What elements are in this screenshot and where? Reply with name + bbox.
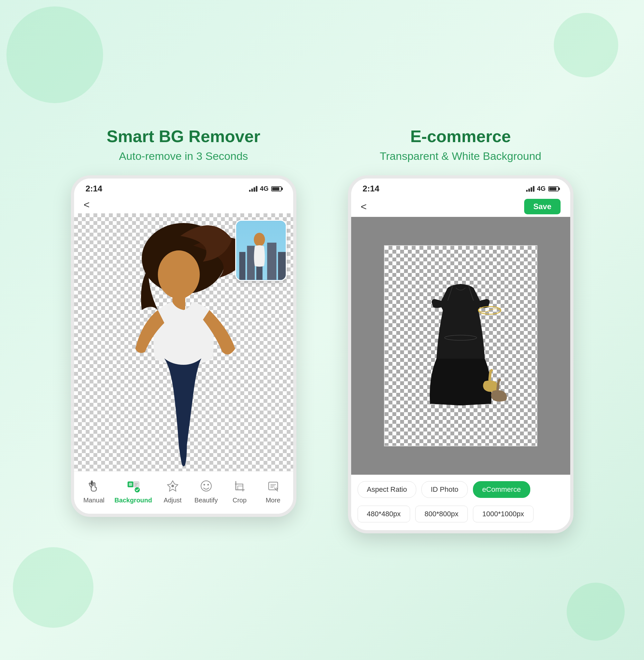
tab-id-photo[interactable]: ID Photo (421, 481, 468, 498)
right-back-arrow[interactable]: < (361, 201, 367, 213)
svg-rect-12 (133, 481, 139, 487)
background-label: Background (114, 497, 152, 504)
product-image-container (386, 249, 535, 442)
tool-beautify[interactable]: Beautify (193, 478, 219, 504)
svg-rect-4 (239, 252, 245, 280)
svg-point-9 (254, 233, 265, 246)
bg-blob-4 (567, 583, 625, 641)
left-network-label: 4G (260, 185, 269, 192)
right-signal-icon (526, 186, 534, 192)
left-back-arrow[interactable]: < (84, 199, 90, 211)
save-button[interactable]: Save (524, 199, 560, 214)
right-panel-subtitle: Transparent & White Background (380, 150, 541, 162)
svg-point-13 (135, 487, 140, 493)
size-1000[interactable]: 1000*1000px (473, 506, 533, 522)
left-phone-status: 4G (249, 185, 281, 192)
left-phone-time: 2:14 (86, 184, 102, 194)
background-icon (125, 478, 141, 494)
svg-rect-8 (278, 252, 285, 280)
size-480[interactable]: 480*480px (358, 506, 410, 522)
bg-blob-3 (13, 547, 93, 628)
left-phone-mockup: 2:14 4G (71, 175, 296, 517)
right-network-label: 4G (537, 185, 546, 192)
manual-label: Manual (84, 497, 105, 504)
tool-background[interactable]: Background (114, 478, 152, 504)
left-phone-nav: < (74, 196, 293, 213)
left-status-bar: 2:14 4G (74, 179, 293, 196)
right-panel: E-commerce Transparent & White Backgroun… (332, 127, 590, 533)
left-panel-title: Smart BG Remover (107, 127, 260, 146)
bg-blob-2 (554, 13, 618, 77)
manual-icon (86, 478, 102, 494)
right-image-area (351, 217, 570, 475)
svg-rect-11 (129, 483, 132, 486)
left-panel-subtitle: Auto-remove in 3 Seconds (119, 150, 248, 162)
more-icon (265, 478, 281, 494)
thumbnail-bg (236, 221, 286, 280)
right-battery-icon (548, 186, 559, 191)
right-status-bar: 2:14 4G (351, 179, 570, 196)
tool-manual[interactable]: Manual (81, 478, 107, 504)
crop-icon (232, 478, 248, 494)
svg-point-15 (201, 481, 211, 491)
crop-label: Crop (233, 497, 247, 504)
main-container: Smart BG Remover Auto-remove in 3 Second… (36, 107, 609, 553)
tool-adjust[interactable]: Adjust (160, 478, 186, 504)
right-phone-mockup: 2:14 4G (348, 175, 573, 533)
adjust-icon (165, 478, 181, 494)
svg-point-1 (158, 250, 200, 299)
right-phone-nav: < Save (351, 196, 570, 217)
right-panel-title: E-commerce (410, 127, 511, 146)
app-background: Smart BG Remover Auto-remove in 3 Second… (0, 0, 644, 660)
adjust-label: Adjust (164, 497, 182, 504)
size-800[interactable]: 800*800px (415, 506, 468, 522)
svg-point-14 (171, 485, 174, 487)
beautify-label: Beautify (194, 497, 218, 504)
tool-more[interactable]: More (260, 478, 286, 504)
size-options-container: 480*480px 800*800px 1000*1000px (351, 501, 570, 530)
left-battery-icon (271, 186, 281, 191)
dress-svg (402, 281, 519, 410)
left-image-area (74, 213, 293, 471)
right-phone-status: 4G (526, 185, 559, 192)
tab-aspect-ratio[interactable]: Aspect Ratio (358, 481, 417, 498)
beautify-icon (198, 478, 214, 494)
left-signal-icon (249, 186, 257, 192)
svg-rect-18 (238, 486, 243, 490)
woman-figure (116, 220, 251, 471)
tool-crop[interactable]: Crop (227, 478, 253, 504)
svg-rect-5 (247, 246, 254, 280)
left-panel: Smart BG Remover Auto-remove in 3 Second… (55, 127, 313, 517)
svg-rect-7 (267, 243, 276, 280)
left-toolbar: Manual (74, 471, 293, 514)
tab-ecommerce[interactable]: eCommerce (473, 481, 530, 498)
right-phone-time: 2:14 (363, 184, 380, 194)
bg-blob-1 (6, 6, 103, 103)
svg-point-16 (203, 484, 205, 486)
thumbnail-preview (235, 220, 287, 281)
svg-point-17 (207, 484, 209, 486)
more-label: More (266, 497, 281, 504)
right-tab-bar: Aspect Ratio ID Photo eCommerce (351, 475, 570, 501)
